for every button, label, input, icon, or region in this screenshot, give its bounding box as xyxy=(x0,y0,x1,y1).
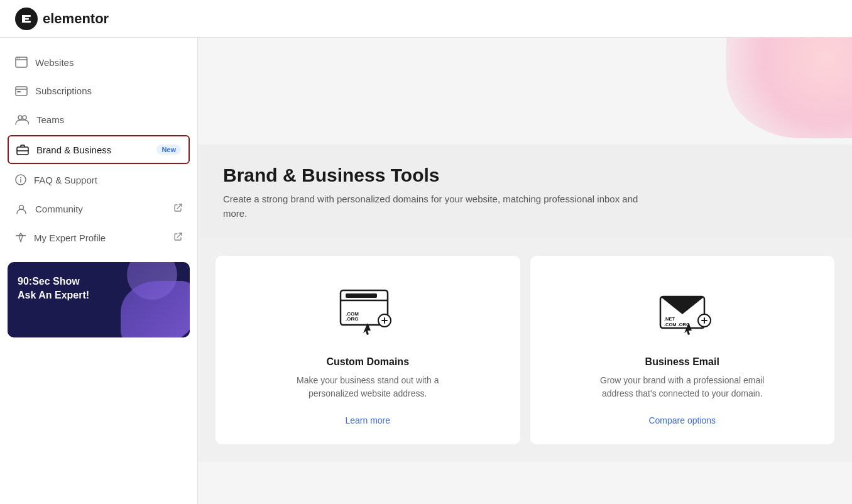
external-link-icon-expert xyxy=(174,233,182,243)
diamond-icon xyxy=(15,232,26,243)
svg-rect-10 xyxy=(17,91,21,92)
sidebar-promo[interactable]: 90:Sec Show Ask An Expert! xyxy=(8,262,190,337)
custom-domains-icon-area: .COM .ORG xyxy=(330,281,405,344)
sidebar-item-faq-support[interactable]: FAQ & Support xyxy=(0,165,197,194)
card-custom-domains: .COM .ORG Custom Domains Make your busin… xyxy=(216,256,520,444)
business-email-link[interactable]: Compare options xyxy=(648,415,716,425)
svg-text:.ORG: .ORG xyxy=(346,316,358,322)
business-email-desc: Grow your brand with a professional emai… xyxy=(594,374,770,400)
business-email-icon-area: .NET .COM .ORG xyxy=(645,281,720,344)
sidebar-label-expert-profile: My Expert Profile xyxy=(34,233,106,243)
content-area: Brand & Business Tools Create a strong b… xyxy=(198,38,852,504)
svg-point-6 xyxy=(17,58,18,59)
sidebar-label-websites: Websites xyxy=(35,57,74,68)
svg-point-12 xyxy=(23,116,26,119)
custom-domains-desc: Make your business stand out with a pers… xyxy=(280,374,456,400)
briefcase-icon xyxy=(16,144,29,155)
badge-new: New xyxy=(156,145,181,155)
svg-rect-1 xyxy=(22,15,31,17)
svg-rect-23 xyxy=(346,293,377,298)
sidebar-item-websites[interactable]: Websites xyxy=(0,48,197,77)
teams-icon xyxy=(15,114,29,125)
custom-domains-link[interactable]: Learn more xyxy=(345,415,390,425)
svg-rect-8 xyxy=(16,87,27,96)
svg-text:.NET: .NET xyxy=(664,316,675,322)
card-business-email: .NET .COM .ORG Business Email Grow your … xyxy=(530,256,835,444)
sidebar: Websites Subscriptions xyxy=(0,38,198,504)
sidebar-label-faq-support: FAQ & Support xyxy=(34,175,97,185)
section-title: Brand & Business Tools xyxy=(223,165,827,186)
external-link-icon-community xyxy=(174,204,182,214)
community-icon xyxy=(15,203,28,214)
section-header: Brand & Business Tools Create a strong b… xyxy=(198,145,852,238)
sidebar-item-expert-profile[interactable]: My Expert Profile xyxy=(0,223,197,252)
info-icon xyxy=(15,174,26,185)
svg-text:.COM .ORG: .COM .ORG xyxy=(664,322,690,327)
logo-icon xyxy=(15,8,38,30)
card-icon xyxy=(15,86,28,96)
hero-decoration xyxy=(726,38,852,138)
section-subtitle: Create a strong brand with personalized … xyxy=(223,192,663,221)
svg-line-19 xyxy=(177,204,182,209)
sidebar-item-brand-business[interactable]: Brand & Business New xyxy=(8,135,190,164)
sidebar-item-community[interactable]: Community xyxy=(0,194,197,223)
sidebar-item-subscriptions[interactable]: Subscriptions xyxy=(0,77,197,105)
top-header: elementor xyxy=(0,0,852,38)
promo-title: 90:Sec Show Ask An Expert! xyxy=(18,275,180,303)
svg-rect-3 xyxy=(22,21,31,23)
hero-banner xyxy=(198,38,852,145)
business-email-illustration: .NET .COM .ORG xyxy=(648,284,717,341)
sidebar-label-community: Community xyxy=(35,204,83,214)
browser-icon xyxy=(15,57,28,68)
svg-rect-2 xyxy=(22,18,29,19)
svg-point-17 xyxy=(20,177,21,178)
sidebar-item-teams[interactable]: Teams xyxy=(0,105,197,134)
svg-point-7 xyxy=(19,58,20,59)
cards-grid: .COM .ORG Custom Domains Make your busin… xyxy=(198,238,852,462)
business-email-title: Business Email xyxy=(645,356,719,368)
main-layout: Websites Subscriptions xyxy=(0,38,852,504)
sidebar-label-subscriptions: Subscriptions xyxy=(35,85,92,96)
custom-domains-title: Custom Domains xyxy=(326,356,409,368)
svg-point-11 xyxy=(18,116,22,119)
logo[interactable]: elementor xyxy=(15,8,109,30)
sidebar-label-teams: Teams xyxy=(36,114,64,125)
sidebar-label-brand-business: Brand & Business xyxy=(36,145,111,155)
logo-text: elementor xyxy=(43,11,109,27)
custom-domains-illustration: .COM .ORG xyxy=(333,284,402,341)
svg-line-20 xyxy=(177,233,182,238)
